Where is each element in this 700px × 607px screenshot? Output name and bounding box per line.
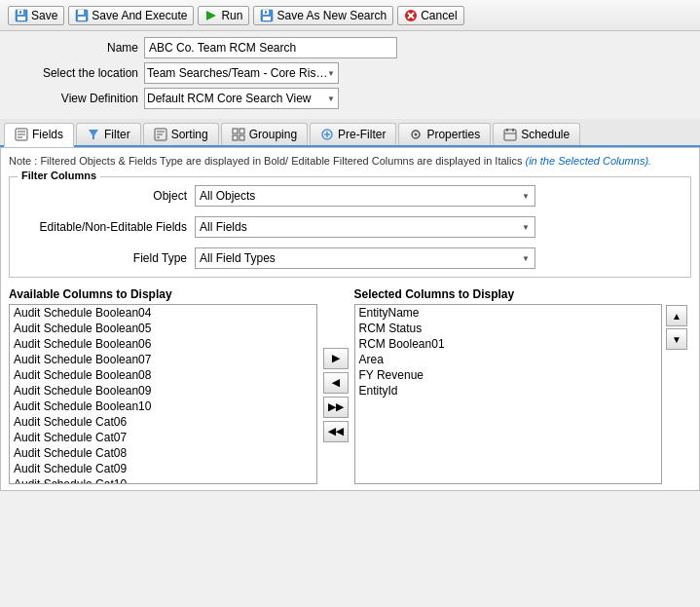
svg-rect-26	[233, 135, 238, 140]
tab-filter-label: Filter	[104, 128, 130, 141]
selected-columns-list[interactable]: EntityNameRCM StatusRCM Boolean01AreaFY …	[354, 304, 663, 484]
save-new-icon	[260, 9, 274, 22]
toolbar: Save Save And Execute Run Save As New Se…	[0, 0, 700, 31]
note-italic: (in the Selected Columns).	[526, 155, 652, 167]
selected-columns-header: Selected Columns to Display	[354, 287, 663, 301]
tab-properties[interactable]: Properties	[398, 123, 491, 145]
svg-rect-10	[263, 17, 271, 20]
add-all-button[interactable]: ▶▶	[323, 397, 349, 418]
note-main: Note : Filtered Objects & Fields Type ar…	[9, 155, 526, 167]
tabs-bar: Fields Filter Sorting Grouping Pre-F	[0, 119, 700, 147]
field-type-select[interactable]: All Field Types	[195, 247, 535, 269]
remove-one-button[interactable]: ◀	[323, 372, 349, 394]
available-columns-panel: Available Columns to Display Audit Sched…	[9, 287, 317, 484]
svg-rect-25	[239, 129, 244, 133]
list-item[interactable]: EntityId	[355, 383, 662, 398]
object-filter-row: Object All Objects	[21, 185, 679, 207]
right-scroll-buttons: ▲ ▼	[662, 305, 691, 484]
svg-rect-3	[19, 11, 21, 14]
location-label: Select the location	[12, 66, 138, 80]
main-content: Note : Filtered Objects & Fields Type ar…	[0, 147, 700, 491]
filter-tab-icon	[87, 128, 100, 141]
tab-grouping[interactable]: Grouping	[221, 123, 308, 145]
columns-section: Available Columns to Display Audit Sched…	[9, 287, 691, 484]
form-section: Name Select the location Team Searches/T…	[0, 31, 700, 119]
save-execute-button[interactable]: Save And Execute	[68, 6, 194, 25]
list-item[interactable]: Audit Schedule Cat07	[10, 430, 316, 445]
list-item[interactable]: EntityName	[355, 305, 662, 321]
name-input[interactable]	[144, 37, 397, 58]
filter-columns-legend: Filter Columns	[18, 170, 100, 181]
prefilter-tab-icon	[320, 128, 334, 141]
tab-filter[interactable]: Filter	[76, 123, 141, 145]
location-select[interactable]: Team Searches/Team - Core Ris…	[144, 62, 339, 84]
svg-marker-19	[89, 130, 98, 139]
svg-rect-27	[239, 135, 244, 140]
name-row: Name	[12, 37, 688, 58]
list-item[interactable]: Audit Schedule Boolean10	[10, 398, 316, 414]
svg-rect-33	[504, 130, 516, 140]
list-item[interactable]: Audit Schedule Cat06	[10, 414, 316, 430]
list-item[interactable]: Area	[355, 352, 662, 367]
svg-rect-24	[233, 129, 238, 133]
svg-rect-2	[18, 17, 25, 20]
field-type-label: Field Type	[21, 251, 187, 265]
list-item[interactable]: RCM Boolean01	[355, 336, 662, 352]
view-label: View Definition	[12, 92, 138, 105]
list-item[interactable]: RCM Status	[355, 321, 662, 336]
transfer-buttons: ▶ ◀ ▶▶ ◀◀	[317, 305, 354, 484]
tab-sorting[interactable]: Sorting	[143, 123, 219, 145]
save-execute-label: Save And Execute	[92, 9, 187, 22]
run-label: Run	[221, 9, 242, 22]
list-item[interactable]: Audit Schedule Boolean06	[10, 336, 316, 352]
run-button[interactable]: Run	[198, 6, 249, 25]
save-button[interactable]: Save	[8, 6, 64, 25]
list-item[interactable]: Audit Schedule Cat10	[10, 476, 316, 484]
save-new-label: Save As New Search	[276, 9, 387, 22]
add-one-button[interactable]: ▶	[323, 348, 349, 369]
view-select[interactable]: Default RCM Core Search View	[144, 88, 339, 109]
name-label: Name	[12, 41, 138, 55]
svg-point-32	[415, 133, 418, 136]
remove-all-button[interactable]: ◀◀	[323, 421, 349, 442]
location-row: Select the location Team Searches/Team -…	[12, 62, 688, 84]
field-type-select-wrapper: All Field Types	[195, 247, 535, 269]
available-columns-list[interactable]: Audit Schedule Boolean04Audit Schedule B…	[9, 304, 317, 484]
grouping-tab-icon	[232, 128, 245, 141]
svg-rect-5	[78, 10, 84, 15]
editable-select[interactable]: All Fields	[195, 216, 535, 238]
editable-select-wrapper: All Fields	[195, 216, 535, 238]
list-item[interactable]: Audit Schedule Boolean07	[10, 352, 316, 367]
tab-schedule[interactable]: Schedule	[493, 123, 580, 145]
editable-filter-row: Editable/Non-Editable Fields All Fields	[21, 216, 679, 238]
properties-tab-icon	[409, 128, 423, 141]
note-text: Note : Filtered Objects & Fields Type ar…	[9, 154, 691, 169]
svg-rect-11	[265, 11, 267, 14]
list-item[interactable]: Audit Schedule Boolean05	[10, 321, 316, 336]
save-new-button[interactable]: Save As New Search	[253, 6, 393, 25]
selected-columns-panel: Selected Columns to Display EntityNameRC…	[354, 287, 663, 484]
scroll-up-button[interactable]: ▲	[666, 305, 687, 326]
list-item[interactable]: Audit Schedule Cat08	[10, 445, 316, 461]
svg-marker-7	[206, 11, 216, 20]
tab-properties-label: Properties	[426, 128, 480, 141]
cancel-button[interactable]: Cancel	[397, 6, 463, 25]
tab-fields-label: Fields	[32, 128, 63, 141]
cancel-label: Cancel	[421, 9, 457, 22]
available-columns-header: Available Columns to Display	[9, 287, 317, 301]
scroll-down-button[interactable]: ▼	[666, 328, 687, 350]
tab-fields[interactable]: Fields	[4, 123, 74, 147]
view-row: View Definition Default RCM Core Search …	[12, 88, 688, 109]
list-item[interactable]: Audit Schedule Cat09	[10, 461, 316, 476]
list-item[interactable]: FY Revenue	[355, 367, 662, 383]
tab-grouping-label: Grouping	[249, 128, 297, 141]
list-item[interactable]: Audit Schedule Boolean09	[10, 383, 316, 398]
object-select[interactable]: All Objects	[195, 185, 535, 207]
tab-prefilter[interactable]: Pre-Filter	[310, 123, 396, 145]
list-item[interactable]: Audit Schedule Boolean04	[10, 305, 316, 321]
field-type-filter-row: Field Type All Field Types	[21, 247, 679, 269]
view-select-wrapper: Default RCM Core Search View	[144, 88, 339, 109]
list-item[interactable]: Audit Schedule Boolean08	[10, 367, 316, 383]
run-icon	[204, 9, 218, 22]
schedule-tab-icon	[503, 128, 517, 141]
